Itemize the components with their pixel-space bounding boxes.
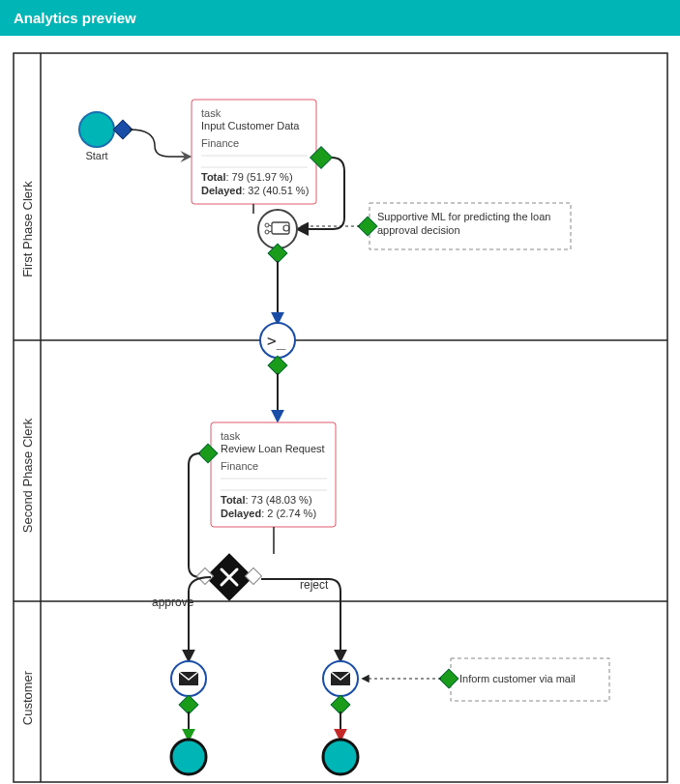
svg-point-3 [258, 210, 297, 248]
bpmn-diagram: First Phase Clerk Second Phase Clerk Cus… [0, 36, 680, 783]
task2-total: Total: 73 (48.03 %) [221, 494, 312, 506]
task1-total: Total: 79 (51.97 %) [201, 171, 293, 183]
gateway-diamond-icon [268, 356, 287, 375]
task2-title: Review Loan Request [221, 443, 325, 454]
annotation-ml: Supportive ML for predicting the loan ap… [370, 203, 571, 249]
terminal-icon: >_ [267, 332, 286, 350]
mail-event-reject [323, 661, 358, 696]
task-input-customer-data: task Input Customer Data Finance Total: … [192, 100, 316, 204]
token-diamond-icon [113, 120, 133, 139]
task1-title: Input Customer Data [201, 120, 300, 131]
gateway-diamond-icon [358, 217, 377, 236]
task2-delayed: Delayed: 2 (2.74 %) [221, 508, 316, 519]
task1-type: task [201, 107, 222, 119]
flow-xor-approve [189, 577, 211, 660]
end-event-approve [171, 740, 206, 774]
task1-delayed: Delayed: 32 (40.51 %) [201, 185, 309, 196]
task-review-loan-request: task Review Loan Request Finance Total: … [211, 422, 336, 527]
page-header-title: Analytics preview [0, 0, 680, 36]
end-event-reject [323, 740, 358, 774]
robot-event [258, 210, 297, 248]
flow-task2-left-to-xor [189, 453, 208, 577]
lane-label-2: Second Phase Clerk [20, 418, 35, 533]
start-event [79, 112, 114, 147]
mail-event-approve [171, 661, 206, 696]
branch-reject-label: reject [300, 578, 329, 592]
task1-category: Finance [201, 137, 239, 149]
annotation-inform: Inform customer via mail [451, 658, 609, 701]
svg-text:Inform customer via mail: Inform customer via mail [459, 673, 576, 684]
lane-label-3: Customer [20, 670, 35, 725]
gateway-diamond-icon [331, 695, 350, 714]
task2-category: Finance [221, 460, 258, 472]
gateway-diamond-icon [439, 669, 458, 688]
svg-text:approval decision: approval decision [377, 224, 460, 236]
script-event: >_ [260, 323, 295, 358]
gateway-diamond-icon [179, 695, 198, 714]
svg-text:Supportive ML for predicting t: Supportive ML for predicting the loan [377, 211, 550, 222]
lane-label-1: First Phase Clerk [20, 181, 35, 277]
flow-start-to-task1 [130, 130, 190, 157]
start-event-label: Start [85, 150, 107, 161]
task2-type: task [221, 430, 241, 442]
